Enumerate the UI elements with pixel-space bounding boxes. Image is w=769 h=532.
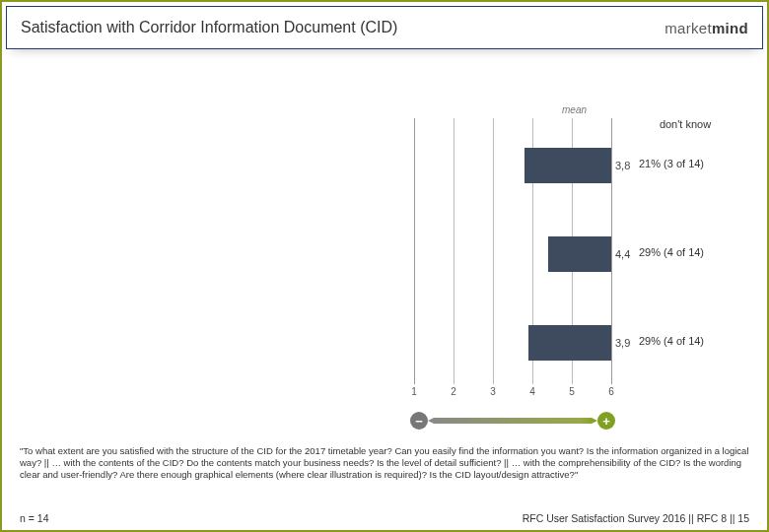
bar-value: 3,8 — [615, 160, 630, 171]
question-text: "To what extent are you satisfied with t… — [20, 445, 749, 481]
bar-row: 3,9 — [414, 325, 630, 361]
tick-label: 5 — [562, 386, 582, 397]
logo: marketmind — [664, 20, 748, 36]
minus-icon: − — [410, 412, 428, 430]
arrow-gradient — [428, 418, 597, 424]
bar — [524, 148, 611, 183]
logo-prefix: market — [664, 20, 712, 36]
dont-know-value: 29% (4 of 14) — [631, 335, 739, 347]
dont-know-value: 29% (4 of 14) — [631, 246, 739, 258]
bar-row: 4,4 — [414, 236, 630, 272]
source-label: RFC User Satisfaction Survey 2016 || RFC… — [523, 512, 749, 524]
footer: n = 14 RFC User Satisfaction Survey 2016… — [20, 512, 749, 524]
tick-label: 1 — [404, 386, 424, 397]
dont-know-value: 21% (3 of 14) — [631, 158, 739, 169]
chart: mean 1 2 3 4 5 6 3,8 4,4 3,9 — [414, 118, 611, 414]
plus-icon: + — [597, 412, 615, 430]
mean-label: mean — [562, 104, 587, 115]
tick-label: 6 — [601, 386, 621, 397]
logo-suffix: mind — [712, 20, 748, 36]
dont-know-header: don't know — [631, 118, 739, 130]
tick-label: 2 — [444, 386, 463, 397]
n-label: n = 14 — [20, 512, 49, 524]
bar — [528, 325, 611, 361]
tick-label: 4 — [523, 386, 542, 397]
bar-value: 4,4 — [615, 248, 630, 260]
header-bar: Satisfaction with Corridor Information D… — [6, 6, 763, 49]
bar — [548, 236, 611, 272]
bar-value: 3,9 — [615, 337, 630, 349]
tick-label: 3 — [483, 386, 503, 397]
page-title: Satisfaction with Corridor Information D… — [21, 19, 397, 36]
bar-row: 3,8 — [414, 148, 630, 183]
scale-arrow: − + — [414, 412, 611, 432]
